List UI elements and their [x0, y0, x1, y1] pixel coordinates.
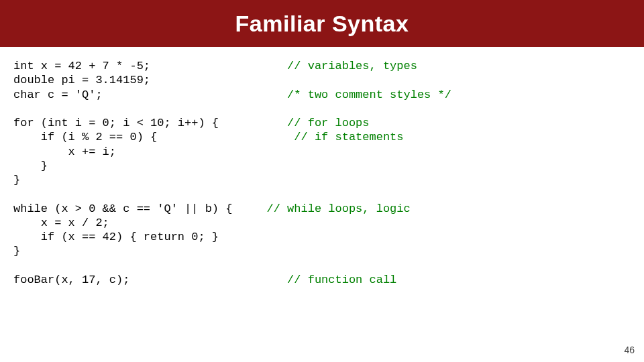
code-line: if (x == 42) { return 0; }: [13, 231, 219, 243]
code-line: }: [13, 245, 20, 257]
code-line: char c = 'Q';: [13, 88, 103, 101]
code-line: double pi = 3.14159;: [13, 74, 150, 86]
code-line: x += i;: [13, 145, 116, 158]
code-block: int x = 42 + 7 * -5; // variables, types…: [0, 47, 644, 287]
code-comment: // for loops: [287, 117, 369, 129]
code-comment: // function call: [287, 274, 396, 286]
code-line: while (x > 0 && c == 'Q' || b) {: [13, 202, 232, 215]
code-comment: // while loops, logic: [266, 202, 410, 215]
code-line: fooBar(x, 17, c);: [13, 274, 129, 286]
slide-title: Familiar Syntax: [235, 11, 409, 37]
code-line: }: [13, 174, 20, 186]
code-line: if (i % 2 == 0) {: [13, 131, 157, 143]
code-comment: // variables, types: [287, 60, 417, 72]
code-line: int x = 42 + 7 * -5;: [13, 60, 150, 72]
code-line: x = x / 2;: [13, 217, 109, 229]
title-bar: Familiar Syntax: [0, 0, 644, 47]
code-comment: /* two comment styles */: [287, 88, 451, 101]
code-line: }: [13, 160, 48, 172]
code-comment: // if statements: [294, 131, 403, 143]
code-line: for (int i = 0; i < 10; i++) {: [13, 117, 219, 129]
page-number: 46: [624, 345, 635, 355]
